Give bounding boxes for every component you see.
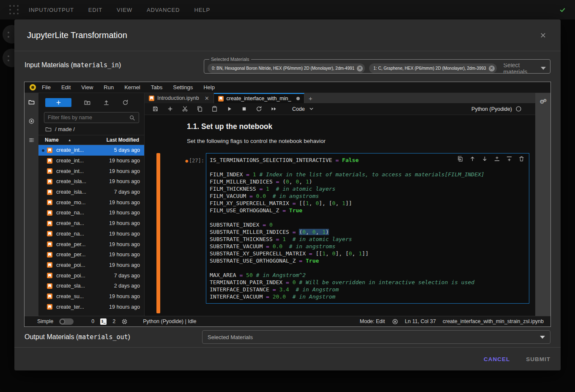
dropdown-caret-icon[interactable] [540, 336, 545, 339]
kernel-name[interactable]: Python (Pyodide) [471, 106, 512, 112]
insert-cell-icon[interactable] [167, 106, 173, 112]
dialog-title: JupyterLite Transformation [27, 30, 127, 40]
file-modified: 19 hours ago [109, 158, 140, 164]
breadcrumb-path[interactable]: / made / [55, 126, 75, 132]
restart-kernel-icon[interactable] [256, 106, 262, 112]
running-kernels-icon[interactable] [28, 118, 35, 124]
tab-label[interactable]: create_interface_with_min_ [227, 96, 291, 101]
file-row[interactable]: create_mo...19 hours ago [38, 197, 144, 208]
file-row[interactable]: create_isla...7 days ago [38, 187, 144, 197]
cut-cells-icon[interactable] [182, 106, 188, 112]
notebook-file-icon [47, 168, 52, 174]
app-menu-item-advanced[interactable]: ADVANCED [147, 7, 180, 13]
run-all-cells-icon[interactable] [271, 106, 277, 112]
file-filter-input[interactable] [48, 115, 129, 121]
file-row[interactable]: create_int...19 hours ago [38, 166, 144, 176]
delete-cell-icon[interactable] [518, 156, 525, 162]
jlab-menu-item-run[interactable]: Run [104, 84, 114, 90]
settings-gears-icon[interactable]: ⚙⚙ [539, 98, 546, 105]
cell-type-caret-icon[interactable] [308, 106, 315, 112]
tab-introduction[interactable]: Introduction.ipynb ✕ [145, 93, 214, 103]
upload-icon[interactable] [103, 99, 110, 106]
jlab-menu-item-settings[interactable]: Settings [173, 84, 193, 90]
file-row[interactable]: create_poi...19 hours ago [38, 260, 144, 271]
new-folder-icon[interactable] [84, 99, 90, 106]
refresh-icon[interactable] [122, 99, 129, 106]
jlab-menu-item-kernel[interactable]: Kernel [124, 84, 140, 90]
material-chip-label: 1: C, Graphene, HEX (P6/mmm) 2D (Monolay… [373, 66, 486, 71]
cell-type-select[interactable]: Code [292, 106, 305, 112]
jlab-menu-item-tabs[interactable]: Tabs [151, 84, 162, 90]
sort-ascending-icon[interactable]: ▲ [68, 138, 71, 142]
cancel-button[interactable]: CANCEL [484, 356, 510, 362]
kernels-count[interactable]: 2 [112, 318, 115, 324]
kernel-indicator[interactable]: Python (Pyodide) [471, 106, 530, 112]
notebook-file-icon [47, 210, 52, 216]
app-menu-item-help[interactable]: HELP [194, 7, 210, 13]
simple-mode-toggle[interactable] [59, 318, 74, 325]
tab-label[interactable]: Introduction.ipynb [157, 95, 199, 101]
paste-cells-icon[interactable] [211, 106, 218, 112]
app-menu-item-edit[interactable]: EDIT [88, 7, 102, 13]
duplicate-cell-icon[interactable] [457, 156, 463, 162]
app-menu-item-view[interactable]: VIEW [117, 7, 132, 13]
save-icon[interactable] [152, 106, 159, 112]
tab-close-icon[interactable]: ✕ [205, 95, 209, 101]
cursor-position[interactable]: Ln 11, Col 37 [405, 318, 436, 324]
file-filter-box[interactable] [44, 112, 139, 123]
file-row[interactable]: create_int...19 hours ago [38, 156, 144, 166]
chip-delete-icon[interactable]: ✕ [489, 66, 495, 71]
file-row[interactable]: create_per...19 hours ago [38, 239, 144, 249]
column-last-modified[interactable]: Last Modified [107, 137, 139, 143]
move-cell-up-icon[interactable] [469, 156, 476, 162]
file-row[interactable]: create_per...19 hours ago [38, 249, 144, 260]
cell-toolbar [457, 156, 525, 162]
file-row[interactable]: create_su...19 hours ago [38, 291, 144, 302]
new-tab-button[interactable]: + [304, 93, 316, 103]
file-browser-icon[interactable] [28, 99, 35, 105]
insert-cell-below-icon[interactable] [506, 156, 512, 162]
output-materials-select[interactable]: Selected Materials [202, 330, 550, 344]
file-list-header[interactable]: Name ▲ Last Modified [38, 135, 144, 145]
code-cell[interactable]: ●[27]: IS_TERMINATIONS_SELECTION_INTERAC… [145, 153, 535, 313]
jlab-menu-item-file[interactable]: File [42, 84, 51, 90]
file-modified: 19 hours ago [109, 200, 140, 206]
cell-collapser[interactable] [156, 153, 160, 313]
file-row[interactable]: create_ter...19 hours ago [38, 302, 144, 312]
kernel-status-text[interactable]: Python (Pyodide) | Idle [143, 318, 196, 324]
dropdown-caret-icon[interactable] [541, 67, 546, 70]
copy-cells-icon[interactable] [197, 106, 203, 112]
jlab-menu-item-edit[interactable]: Edit [61, 84, 71, 90]
terminals-count[interactable]: 0 [91, 318, 94, 324]
jlab-menu-item-view[interactable]: View [81, 84, 93, 90]
file-row[interactable]: create_na...19 hours ago [38, 208, 144, 218]
file-row[interactable]: create_na...19 hours ago [38, 218, 144, 229]
submit-button[interactable]: SUBMIT [526, 356, 550, 362]
run-cell-icon[interactable] [226, 106, 233, 112]
insert-cell-above-icon[interactable] [494, 156, 500, 162]
select-materials-placeholder[interactable]: Select materials [504, 63, 536, 73]
close-icon[interactable] [540, 32, 546, 38]
code-editor[interactable]: IS_TERMINATIONS_SELECTION_INTERACTIVE = … [206, 153, 529, 304]
grid-dots-icon[interactable] [9, 5, 19, 14]
material-chip[interactable]: 1: C, Graphene, HEX (P6/mmm) 2D (Monolay… [369, 63, 496, 73]
stop-kernel-icon[interactable] [241, 106, 247, 112]
jlab-menu-item-help[interactable]: Help [203, 84, 215, 90]
file-row[interactable]: create_sla...2 days ago [38, 281, 144, 291]
app-menu-item-input-output[interactable]: INPUT/OUTPUT [29, 7, 74, 13]
tab-create-interface[interactable]: create_interface_with_min_ [214, 93, 305, 103]
move-cell-down-icon[interactable] [482, 156, 488, 162]
trust-shield-icon[interactable] [392, 318, 398, 325]
chip-delete-icon[interactable]: ✕ [357, 66, 363, 71]
table-of-contents-icon[interactable] [28, 137, 35, 143]
new-launcher-button[interactable] [45, 98, 71, 107]
column-name[interactable]: Name [45, 137, 59, 143]
selected-materials-fieldset[interactable]: Selected Materials 0: BN, Hexagonal Boro… [204, 57, 550, 74]
file-row[interactable]: create_int...5 days ago [38, 145, 144, 156]
file-row[interactable]: create_na...19 hours ago [38, 229, 144, 239]
notebook-file-icon [47, 262, 52, 268]
file-row[interactable]: create_poi...7 days ago [38, 270, 144, 281]
breadcrumb[interactable]: / made / [38, 123, 144, 135]
file-row[interactable]: create_isla...19 hours ago [38, 176, 144, 187]
material-chip[interactable]: 0: BN, Hexagonal Boron Nitride, HEX (P6/… [208, 63, 365, 73]
